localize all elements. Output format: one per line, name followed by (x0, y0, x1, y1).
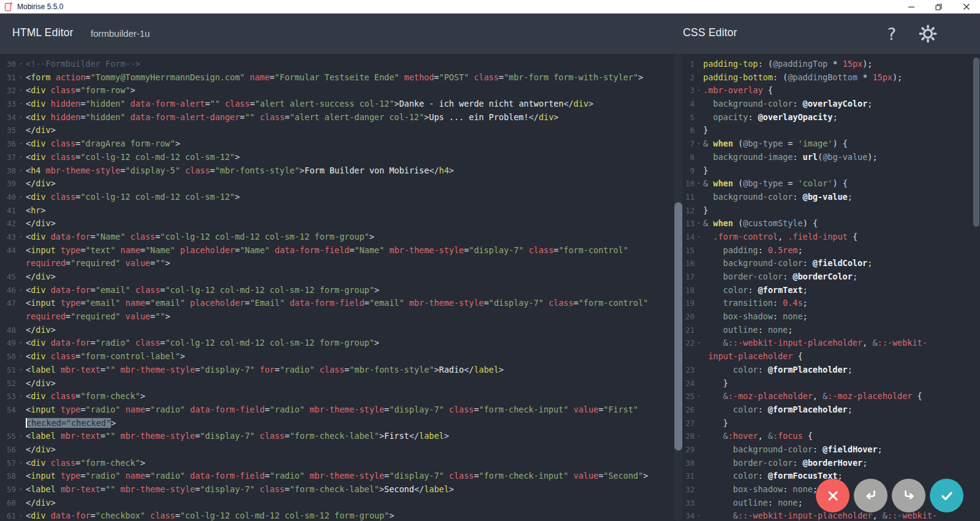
line-number: 35 (0, 124, 16, 137)
fold-arrow-icon[interactable]: ▾ (16, 390, 26, 403)
line-number: 47 (0, 297, 16, 310)
css-scrollbar-thumb[interactable] (674, 202, 682, 451)
code-line: 26 color: @formPlaceholder; (674, 403, 974, 417)
restore-button[interactable] (925, 0, 952, 13)
line-number: 60 (0, 496, 16, 510)
discard-button[interactable] (816, 479, 850, 512)
code-line: 24 } (674, 377, 974, 390)
tab-formbuilder[interactable]: formbuilder-1u (85, 13, 191, 54)
line-number: 30 (0, 58, 16, 71)
fold-arrow-icon[interactable]: ▾ (695, 509, 703, 521)
apply-button[interactable] (930, 479, 963, 512)
minimize-button[interactable] (897, 0, 925, 13)
code-line: 49▾<div data-for="radio" class="col-lg-1… (0, 337, 674, 350)
line-number: 37 (0, 151, 16, 164)
tab-label: formbuilder-1u (91, 28, 150, 39)
code-line: 11 background-color: @bg-value; (674, 191, 974, 204)
code-line: 35</div> (0, 124, 674, 137)
fold-arrow-icon[interactable]: ▾ (695, 230, 703, 244)
x-icon (826, 489, 840, 503)
fold-arrow-icon[interactable]: ▾ (16, 430, 26, 443)
redo-button[interactable] (892, 479, 925, 512)
line-number: 55 (0, 430, 16, 443)
code-line: 59▾<label mbr-text="" mbr-theme-style="d… (0, 483, 674, 496)
fold-arrow-icon[interactable]: ▾ (16, 337, 26, 350)
fold-arrow-icon[interactable]: ▾ (16, 284, 26, 297)
code-line: 16 background-color: @fieldColor; (674, 257, 974, 270)
fold-arrow-icon[interactable]: ▾ (695, 390, 703, 403)
code-line: 10▾& when (@bg-type = 'color') { (674, 177, 974, 191)
window-controls (897, 0, 980, 13)
line-number: 58 (0, 470, 16, 483)
fold-arrow-icon[interactable]: ▾ (16, 97, 26, 111)
code-line: 31▾<form action="Tommy@TommyHerrmannDesi… (0, 71, 674, 85)
fold-arrow-icon[interactable]: ▾ (16, 191, 26, 204)
help-icon[interactable]: ? (881, 23, 902, 44)
fold-arrow-icon[interactable]: ▾ (16, 137, 26, 151)
html-code-area[interactable]: 30▾<!--Formbuilder Form-->31▾<form actio… (0, 54, 674, 521)
fold-arrow-icon[interactable]: ▾ (695, 337, 703, 350)
fold-arrow-icon[interactable]: ▾ (695, 217, 703, 230)
undo-arrow-icon (863, 488, 879, 504)
code-line: 5 opacity: @overlayOpacity; (674, 111, 974, 124)
code-line: 30▾<!--Formbuilder Form--> (0, 58, 674, 71)
line-number: 61 (0, 509, 16, 521)
code-line: 37▾<div class="col-lg-12 col-md-12 col-s… (0, 151, 674, 164)
line-number: 48 (0, 324, 16, 337)
line-number: 31 (0, 71, 16, 85)
code-line: 39</div> (0, 177, 674, 191)
fold-arrow-icon[interactable]: ▾ (695, 137, 703, 151)
fold-arrow-icon[interactable]: ▾ (695, 84, 703, 97)
fold-arrow-icon[interactable]: ▾ (16, 363, 26, 377)
code-line: 45</div> (0, 270, 674, 284)
css-code-area[interactable]: 1padding-top: (@paddingTop * 15px);2padd… (674, 54, 974, 521)
code-line: required="required" value=""> (0, 257, 674, 270)
line-number: 49 (0, 337, 16, 350)
fold-arrow-icon[interactable]: ▾ (16, 483, 26, 496)
code-line: checked="checked"> (0, 417, 674, 430)
fold-arrow-icon[interactable]: ▾ (695, 430, 703, 443)
fold-arrow-icon[interactable]: ▾ (16, 230, 26, 244)
fold-arrow-icon[interactable]: ▾ (16, 84, 26, 97)
code-line: 58<input type="radio" name="radio" data-… (0, 470, 674, 483)
code-line: 4 background-color: @overlayColor; (674, 97, 974, 111)
fold-arrow-icon[interactable]: ▾ (16, 509, 26, 521)
line-number: 59 (0, 483, 16, 496)
css-editor-title: CSS Editor (683, 26, 737, 39)
fold-arrow-icon[interactable]: ▾ (16, 164, 26, 178)
line-number: 32 (0, 84, 16, 97)
code-line: 9} (674, 164, 974, 178)
checkmark-icon (939, 488, 955, 504)
code-line: 33▾<div hidden="hidden" data-form-alert=… (0, 97, 674, 111)
window-title: Mobirise 5.5.0 (17, 2, 897, 11)
code-line: 20 box-shadow: none; (674, 310, 974, 324)
code-line: 34▾<div hidden="hidden" data-form-alert-… (0, 111, 674, 124)
code-line: 61▾<div data-for="checkbox" class="col-l… (0, 509, 674, 521)
text-cursor (26, 418, 27, 428)
undo-button[interactable] (854, 479, 888, 512)
fold-arrow-icon[interactable]: ▾ (16, 58, 26, 71)
fold-arrow-icon[interactable]: ▾ (16, 457, 26, 470)
line-number: 50 (0, 350, 16, 363)
fold-arrow-icon[interactable]: ▾ (16, 350, 26, 363)
redo-arrow-icon (901, 488, 917, 504)
code-line: 40▾<div class="col-lg-12 col-md-12 col-s… (0, 191, 674, 204)
code-line: 29 background-color: @fieldHover; (674, 443, 974, 457)
code-line: 2padding-bottom: (@paddingBottom * 15px)… (674, 71, 974, 85)
code-line: 48</div> (0, 324, 674, 337)
line-number: 39 (0, 177, 16, 191)
window-scrollbar-thumb[interactable] (973, 58, 979, 227)
line-number: 38 (0, 164, 16, 178)
fold-arrow-icon[interactable]: ▾ (16, 71, 26, 85)
settings-gear-icon[interactable] (918, 23, 938, 44)
code-line: 44<input type="text" name="Name" placeho… (0, 244, 674, 257)
code-line: 18 color: @formText; (674, 284, 974, 297)
code-line: 7▾& when (@bg-type = 'image') { (674, 137, 974, 151)
close-button[interactable] (952, 0, 980, 13)
code-line: 14▾ .form-control, .field-input { (674, 230, 974, 244)
fold-arrow-icon[interactable]: ▾ (16, 111, 26, 124)
fold-arrow-icon[interactable]: ▾ (695, 177, 703, 191)
code-line: 54<input type="radio" name="radio" data-… (0, 403, 674, 417)
fold-arrow-icon[interactable]: ▾ (16, 151, 26, 164)
code-line: 21 outline: none; (674, 324, 974, 337)
